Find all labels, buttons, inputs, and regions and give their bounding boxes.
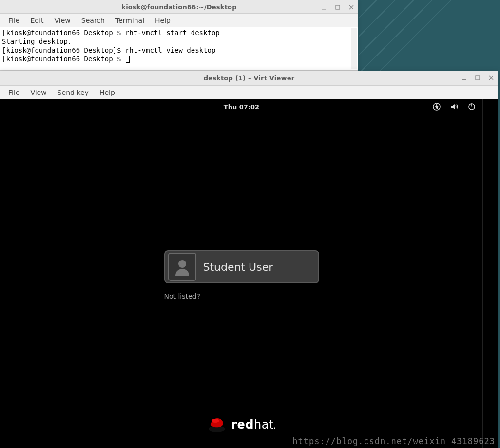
volume-icon[interactable] [450,103,458,111]
viewer-menu-view[interactable]: View [25,87,51,98]
svg-rect-3 [476,76,480,80]
terminal-prompt: [kiosk@foundation66 Desktop]$ [2,55,125,63]
terminal-line: [kiosk@foundation66 Desktop]$ rht-vmctl … [2,28,356,37]
login-not-listed-link[interactable]: Not listed? [164,292,319,300]
avatar [168,253,196,281]
terminal-prompt: [kiosk@foundation66 Desktop]$ [2,46,125,54]
terminal-body[interactable]: [kiosk@foundation66 Desktop]$ rht-vmctl … [0,27,358,70]
accessibility-icon[interactable] [433,103,441,111]
viewer-menu-sendkey[interactable]: Send key [53,87,94,98]
minimize-icon[interactable] [461,75,467,81]
svg-rect-1 [336,5,340,9]
svg-rect-7 [471,104,472,107]
vm-display[interactable]: Thu 07:02 [0,99,498,448]
close-icon[interactable] [348,4,355,11]
svg-rect-2 [462,79,466,80]
terminal-prompt: [kiosk@foundation66 Desktop]$ [2,29,125,37]
close-icon[interactable] [488,75,495,81]
terminal-window: kiosk@foundation66:~/Desktop File Edit V… [0,0,358,71]
terminal-menu-view[interactable]: View [50,15,76,26]
login-user-list: Student User Not listed? [164,250,319,300]
viewer-titlebar[interactable]: desktop (1) – Virt Viewer [0,71,498,86]
minimize-icon[interactable] [321,4,327,11]
login-user-button[interactable]: Student User [164,250,319,283]
vm-framebuffer: Thu 07:02 [0,99,483,448]
maximize-icon[interactable] [474,75,481,81]
terminal-scrollbar[interactable] [351,28,357,69]
power-icon[interactable] [468,103,476,111]
viewer-menu-file[interactable]: File [3,87,24,98]
terminal-output: Starting desktop. [2,37,72,45]
terminal-titlebar[interactable]: kiosk@foundation66:~/Desktop [0,0,358,14]
svg-point-5 [436,104,438,106]
terminal-command: rht-vmctl view desktop [125,46,215,54]
svg-point-10 [211,419,219,423]
terminal-command: rht-vmctl start desktop [125,29,220,37]
brand-text: redhat. [231,418,276,431]
viewer-window-controls [461,71,495,84]
terminal-menu-file[interactable]: File [3,15,24,26]
person-icon [173,257,192,277]
desktop-wallpaper [359,0,500,73]
terminal-title: kiosk@foundation66:~/Desktop [121,3,236,11]
terminal-window-controls [321,0,355,14]
terminal-line: [kiosk@foundation66 Desktop]$ [2,55,356,63]
gnome-topbar: Thu 07:02 [0,99,482,114]
terminal-menu-help[interactable]: Help [150,15,175,26]
virt-viewer-window: desktop (1) – Virt Viewer File View Send… [0,71,498,448]
watermark-text: https://blog.csdn.net/weixin_43189623 [292,436,495,446]
viewer-menubar: File View Send key Help [0,86,498,99]
topbar-status-area [433,99,476,114]
terminal-menubar: File Edit View Search Terminal Help [0,14,358,27]
viewer-title: desktop (1) – Virt Viewer [204,75,295,82]
distro-brand: redhat. [207,416,276,433]
terminal-line: [kiosk@foundation66 Desktop]$ rht-vmctl … [2,46,356,55]
terminal-menu-terminal[interactable]: Terminal [111,15,149,26]
topbar-clock[interactable]: Thu 07:02 [224,103,259,111]
redhat-logo-icon [207,416,226,433]
terminal-menu-search[interactable]: Search [77,15,110,26]
svg-point-8 [178,260,186,268]
viewer-menu-help[interactable]: Help [95,87,120,98]
terminal-cursor-icon [126,56,130,63]
maximize-icon[interactable] [334,4,341,11]
terminal-menu-edit[interactable]: Edit [25,15,48,26]
terminal-line: Starting desktop. [2,37,356,46]
login-user-name: Student User [203,261,273,273]
svg-rect-0 [322,9,326,10]
